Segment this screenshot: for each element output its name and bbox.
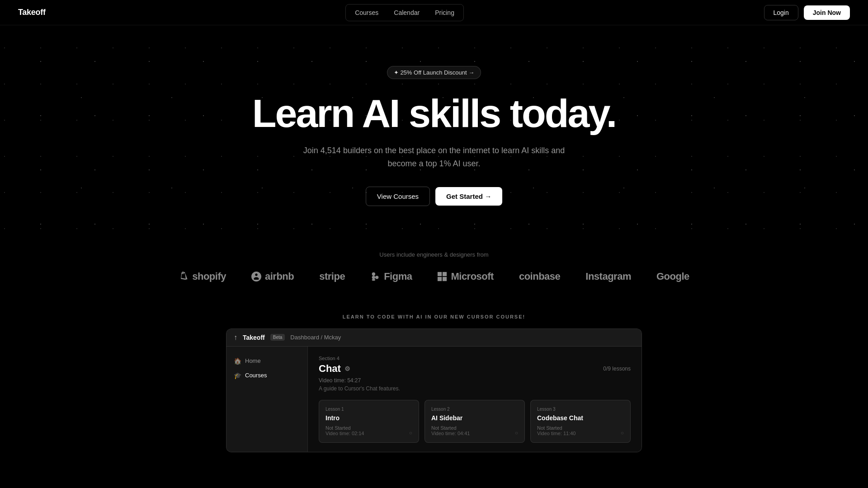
app-logo-icon: ↑ [234, 333, 237, 342]
lesson-1-tag: Lesson 1 [326, 407, 412, 412]
get-started-button[interactable]: Get Started → [435, 187, 502, 206]
nav-link-courses[interactable]: Courses [348, 6, 386, 19]
brand-figma: Figma [370, 271, 412, 282]
lesson-card-1[interactable]: Lesson 1 Intro Not Started Video time: 0… [319, 400, 419, 443]
section-title-text: Chat [319, 363, 341, 375]
lesson-2-tag: Lesson 2 [431, 407, 518, 412]
svg-rect-6 [438, 277, 442, 281]
svg-rect-5 [443, 272, 447, 276]
lesson-1-status: Not Started [326, 425, 364, 431]
lesson-1-footer: Not Started Video time: 02:14 ○ [326, 425, 412, 436]
lessons-count: 0/9 lessons [603, 366, 631, 372]
lesson-3-time: Video time: 11:40 [537, 431, 576, 436]
app-main-content: Section 4 Chat ⚙ 0/9 lessons Video time:… [308, 347, 642, 452]
airbnb-label: airbnb [265, 271, 294, 282]
lesson-1-time: Video time: 02:14 [326, 431, 364, 436]
instagram-label: Instagram [585, 271, 631, 282]
brand-instagram: Instagram [585, 271, 631, 282]
lesson-2-check-icon: ○ [515, 430, 518, 436]
lesson-2-footer: Not Started Video time: 04:41 ○ [431, 425, 518, 436]
brands-label: Users include engineers & designers from [0, 251, 868, 258]
home-icon: 🏠 [234, 357, 241, 365]
figma-icon [370, 272, 380, 282]
lesson-1-check-icon: ○ [409, 430, 412, 436]
brands-marquee: shopify airbnb stripe Figma [0, 271, 868, 282]
microsoft-label: Microsoft [451, 271, 494, 282]
lesson-2-name: AI Sidebar [431, 414, 518, 422]
shopify-icon [179, 272, 189, 282]
app-breadcrumb: Dashboard / Mckay [290, 334, 341, 341]
nav-link-calendar[interactable]: Calendar [387, 6, 427, 19]
login-button[interactable]: Login [764, 5, 798, 20]
svg-rect-0 [372, 272, 375, 275]
brand-coinbase: coinbase [519, 271, 560, 282]
lesson-3-check-icon: ○ [621, 430, 624, 436]
svg-rect-1 [372, 276, 375, 279]
brand-google: Google [656, 271, 689, 282]
section-title-row: Chat ⚙ 0/9 lessons [319, 363, 631, 375]
section-title: Chat ⚙ [319, 363, 350, 375]
section-tag: Section 4 [319, 356, 631, 361]
lesson-cards: Lesson 1 Intro Not Started Video time: 0… [319, 400, 631, 443]
app-logo-label: Takeoff [243, 334, 265, 341]
hero-title: Learn AI skills today. [252, 94, 616, 133]
lesson-card-2[interactable]: Lesson 2 AI Sidebar Not Started Video ti… [425, 400, 525, 443]
courses-icon: 🎓 [234, 372, 241, 379]
brand-stripe: stripe [319, 271, 345, 282]
microsoft-icon [437, 272, 447, 282]
svg-rect-4 [438, 272, 442, 276]
section-description: A guide to Cursor's Chat features. [319, 385, 631, 392]
lesson-3-footer: Not Started Video time: 11:40 ○ [537, 425, 624, 436]
hero-section: ✦ 25% Off Launch Discount → Learn AI ski… [0, 25, 868, 233]
lesson-2-time: Video time: 04:41 [431, 431, 470, 436]
hero-subtitle: Join 4,514 builders on the best place on… [298, 144, 570, 170]
svg-rect-2 [372, 279, 375, 281]
nav-actions: Login Join Now [764, 5, 850, 20]
lesson-3-tag: Lesson 3 [537, 407, 624, 412]
nav-link-pricing[interactable]: Pricing [428, 6, 462, 19]
sidebar-home-label: Home [245, 357, 261, 364]
join-now-button[interactable]: Join Now [804, 5, 850, 20]
sidebar-item-home[interactable]: 🏠 Home [226, 354, 307, 368]
figma-label: Figma [384, 271, 412, 282]
sidebar-item-courses[interactable]: 🎓 Courses [226, 368, 307, 383]
sidebar-courses-label: Courses [245, 372, 267, 379]
app-sidebar: 🏠 Home 🎓 Courses [226, 347, 308, 452]
discount-badge[interactable]: ✦ 25% Off Launch Discount → [387, 66, 481, 79]
svg-rect-7 [443, 277, 447, 281]
coinbase-label: coinbase [519, 271, 560, 282]
brand-shopify: shopify [179, 271, 226, 282]
lesson-2-status: Not Started [431, 425, 470, 431]
google-label: Google [656, 271, 689, 282]
lesson-3-name: Codebase Chat [537, 414, 624, 422]
svg-point-3 [375, 276, 378, 279]
shopify-label: shopify [192, 271, 226, 282]
cursor-course-label: LEARN TO CODE WITH AI IN OUR NEW CURSOR … [343, 314, 525, 319]
video-time: Video time: 54:27 [319, 377, 631, 384]
brand-airbnb: airbnb [251, 271, 294, 282]
app-beta-badge: Beta [270, 334, 285, 341]
lesson-card-3[interactable]: Lesson 3 Codebase Chat Not Started Video… [530, 400, 631, 443]
section-title-icon: ⚙ [344, 365, 350, 372]
lesson-1-name: Intro [326, 414, 412, 422]
view-courses-button[interactable]: View Courses [366, 187, 430, 206]
video-time-value: 54:27 [347, 377, 361, 384]
navbar: Takeoff Courses Calendar Pricing Login J… [0, 0, 868, 25]
app-body: 🏠 Home 🎓 Courses Section 4 Chat ⚙ 0/9 le… [226, 347, 642, 452]
hero-buttons: View Courses Get Started → [366, 187, 502, 206]
lesson-3-status: Not Started [537, 425, 576, 431]
nav-logo: Takeoff [18, 8, 46, 17]
brands-section: Users include engineers & designers from… [0, 233, 868, 305]
stripe-label: stripe [319, 271, 345, 282]
app-topbar: ↑ Takeoff Beta Dashboard / Mckay [226, 329, 642, 347]
app-preview: ↑ Takeoff Beta Dashboard / Mckay 🏠 Home … [226, 328, 642, 452]
cursor-course-section: LEARN TO CODE WITH AI IN OUR NEW CURSOR … [0, 305, 868, 452]
brand-microsoft: Microsoft [437, 271, 494, 282]
nav-links: Courses Calendar Pricing [345, 4, 464, 21]
airbnb-icon [251, 272, 261, 282]
